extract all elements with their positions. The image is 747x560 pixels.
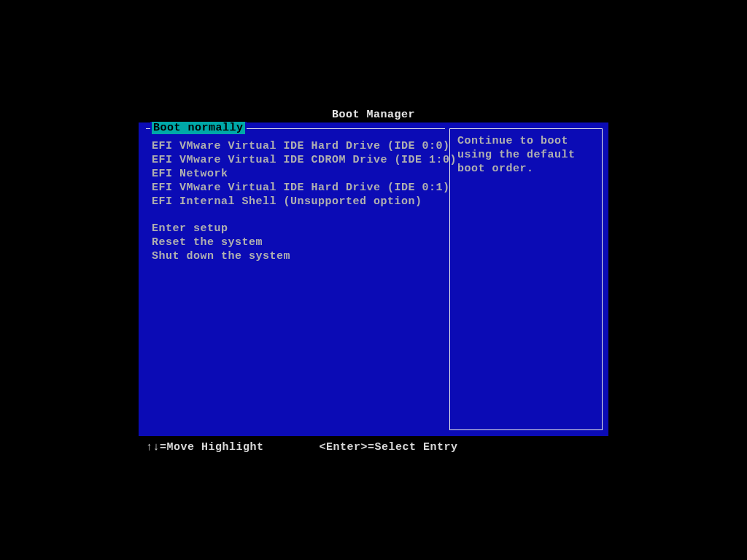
boot-option[interactable]: EFI Internal Shell (Unsupported option) (146, 195, 445, 209)
enter-setup[interactable]: Enter setup (146, 222, 445, 236)
boot-menu-box: Boot normally EFI VMware Virtual IDE Har… (146, 128, 445, 427)
boot-option[interactable]: EFI VMware Virtual IDE CDROM Drive (IDE … (146, 153, 445, 167)
boot-option[interactable]: EFI Network (146, 167, 445, 181)
menu-legend: Boot normally (150, 122, 247, 134)
reset-system[interactable]: Reset the system (146, 236, 445, 249)
footer-hints: ↑↓=Move Highlight <Enter>=Select Entry (146, 441, 458, 454)
hint-select: <Enter>=Select Entry (320, 441, 458, 454)
info-box: Continue to boot using the default boot … (449, 128, 603, 430)
menu-selected[interactable]: Boot normally (152, 122, 245, 134)
page-title: Boot Manager (0, 109, 747, 121)
boot-option[interactable]: EFI VMware Virtual IDE Hard Drive (IDE 0… (146, 181, 445, 195)
hint-move: ↑↓=Move Highlight (146, 441, 264, 454)
boot-manager-panel: Boot normally EFI VMware Virtual IDE Har… (139, 122, 608, 436)
shutdown-system[interactable]: Shut down the system (146, 249, 445, 263)
boot-option[interactable]: EFI VMware Virtual IDE Hard Drive (IDE 0… (146, 139, 445, 153)
spacer (146, 209, 445, 222)
